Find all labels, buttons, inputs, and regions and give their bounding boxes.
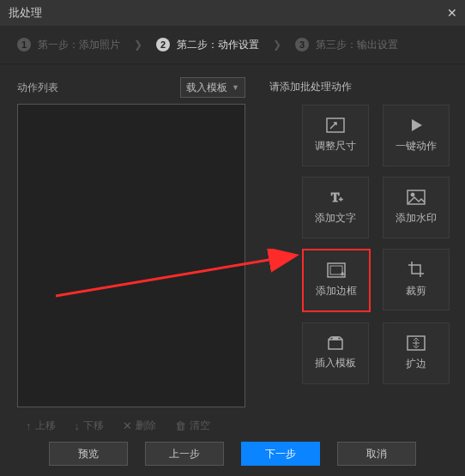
tile-border-label: 添加边框 [316,284,357,298]
tile-extend-label: 扩边 [406,357,426,371]
step-1[interactable]: 1 第一步：添加照片 [17,38,120,52]
preview-button[interactable]: 预览 [49,442,128,466]
trash-icon: 🗑 [175,420,186,431]
step-3-label: 第三步：输出设置 [316,38,398,52]
svg-rect-8 [333,337,338,340]
move-down-label: 下移 [83,419,104,433]
step-2[interactable]: 2 第二步：动作设置 [156,38,259,52]
step-3-badge: 3 [295,38,309,51]
border-icon: + [327,262,346,278]
tile-resize[interactable]: 调整尺寸 [302,105,369,166]
prev-button[interactable]: 上一步 [145,442,224,466]
close-icon: ✕ [447,6,457,20]
watermark-icon [407,190,426,205]
clear-label: 清空 [190,419,210,433]
play-icon [408,117,424,133]
move-up-button[interactable]: ↑ 上移 [17,414,64,437]
text-icon: T+ [326,190,345,205]
close-icon: ✕ [123,420,132,431]
clear-button[interactable]: 🗑 清空 [166,414,219,437]
tile-watermark[interactable]: 添加水印 [383,177,450,238]
step-1-badge: 1 [17,38,31,51]
chevron-down-icon: ▼ [232,83,239,92]
window-title: 批处理 [9,5,42,21]
insert-template-icon [326,336,345,350]
close-button[interactable]: ✕ [439,0,465,26]
extend-icon [407,335,426,351]
svg-rect-0 [327,118,344,132]
step-2-badge: 2 [156,38,170,51]
delete-label: 删除 [136,419,156,433]
step-bar: 1 第一步：添加照片 ❯ 2 第二步：动作设置 ❯ 3 第三步：输出设置 [0,26,465,64]
tile-text[interactable]: T+ 添加文字 [302,177,369,238]
load-template-label: 载入模板 [186,81,227,95]
load-template-dropdown[interactable]: 载入模板 ▼ [180,77,245,98]
crop-icon [408,261,425,278]
step-2-label: 第二步：动作设置 [177,38,259,52]
tile-oneclick[interactable]: 一键动作 [383,105,450,166]
move-down-button[interactable]: ↓ 下移 [66,414,113,437]
move-up-label: 上移 [35,419,56,433]
cancel-button[interactable]: 取消 [337,442,416,466]
actions-title: 请添加批处理动作 [269,80,448,94]
tile-extend[interactable]: 扩边 [383,322,450,384]
svg-text:+: + [341,270,345,278]
action-list-title: 动作列表 [17,81,58,95]
next-button[interactable]: 下一步 [241,442,320,466]
arrow-down-icon: ↓ [75,420,81,431]
resize-icon [326,117,345,133]
tile-insert-label: 插入模板 [315,356,356,371]
tile-oneclick-label: 一键动作 [396,139,437,154]
arrow-up-icon: ↑ [26,420,32,431]
delete-button[interactable]: ✕ 删除 [114,414,165,437]
chevron-right-icon: ❯ [134,39,142,51]
tile-crop[interactable]: 裁剪 [383,249,450,310]
svg-text:+: + [339,196,343,203]
tile-resize-label: 调整尺寸 [315,139,356,154]
tile-text-label: 添加文字 [315,211,356,226]
tile-crop-label: 裁剪 [406,284,426,298]
step-1-label: 第一步：添加照片 [38,38,120,52]
action-listbox[interactable] [17,104,245,407]
step-3[interactable]: 3 第三步：输出设置 [295,38,398,52]
chevron-right-icon: ❯ [273,39,281,51]
svg-point-4 [411,193,414,196]
tile-insert[interactable]: 插入模板 [302,322,369,384]
tile-border[interactable]: + 添加边框 [302,249,371,312]
tile-watermark-label: 添加水印 [396,211,437,226]
